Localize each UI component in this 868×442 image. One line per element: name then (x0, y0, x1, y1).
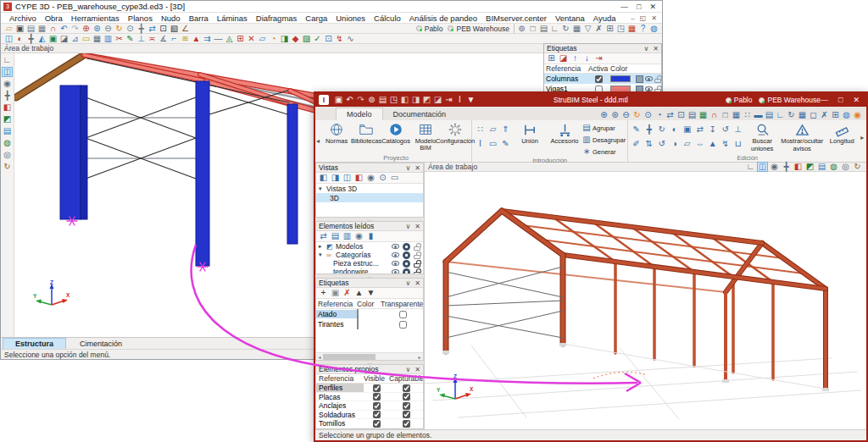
beam-icon[interactable]: I (454, 95, 465, 105)
menu-item-bimserver-center[interactable]: BIMserver.center (482, 14, 550, 23)
more-icon[interactable]: ▼ (465, 95, 476, 105)
menu-item-obra[interactable]: Obra (42, 14, 66, 23)
expand-all-icon[interactable]: ⇄ (318, 231, 329, 241)
capturable-checkbox[interactable] (403, 411, 410, 418)
angle-icon[interactable]: ∠ (180, 24, 191, 34)
comment-icon[interactable]: ◻ (808, 110, 819, 120)
tree-item-3d[interactable]: 3D (316, 193, 423, 202)
table-row[interactable]: Placas (316, 393, 423, 402)
move-up-icon[interactable]: ↑ (570, 53, 581, 64)
visibility-eye-icon[interactable] (392, 252, 399, 257)
zoom-previous-icon[interactable]: ⊙ (125, 24, 136, 34)
plate-icon[interactable]: ▱ (487, 123, 499, 135)
catalogos-button[interactable]: Catálogos (381, 121, 410, 145)
capturable-checkbox[interactable] (403, 420, 410, 428)
orbit-icon[interactable]: ◉ (769, 162, 780, 172)
edit-icon[interactable]: ✎ (630, 123, 643, 135)
zoom-extents-icon[interactable]: ⊛ (92, 24, 103, 34)
web-icon[interactable]: ◍ (841, 110, 852, 120)
buscar-uniones-button[interactable]: Buscar uniones (745, 121, 779, 152)
visibility-icon[interactable]: ◎ (840, 162, 851, 172)
copy-icon[interactable]: ▣ (681, 123, 693, 135)
strubim-3d-viewport[interactable]: Z Y X (425, 172, 866, 429)
pan-icon[interactable]: ╋ (2, 91, 13, 101)
tool-icon[interactable]: ✕ (246, 34, 257, 44)
collapse-icon[interactable]: ∨ (405, 223, 410, 230)
delete-icon[interactable]: ✗ (342, 288, 353, 298)
save-icon[interactable]: ▣ (14, 24, 25, 34)
window-icon[interactable]: □ (720, 110, 731, 120)
rotate-beam-icon[interactable]: ↺ (719, 123, 732, 135)
close-icon[interactable]: ✕ (415, 223, 420, 230)
zoom-extents-icon[interactable]: ⊛ (609, 110, 620, 120)
textures-icon[interactable]: ▦ (698, 110, 709, 120)
table-row[interactable]: Perfiles (316, 384, 423, 393)
tool-icon[interactable]: ▣ (47, 34, 58, 44)
layers-icon[interactable]: ▤ (2, 126, 13, 136)
tool-icon[interactable]: ∿ (345, 34, 356, 44)
magnet-icon[interactable]: ∩ (709, 110, 720, 120)
minimize-button[interactable]: — (620, 3, 628, 11)
close-view-icon[interactable]: ✗ (593, 24, 604, 34)
tool-icon[interactable]: ◫ (3, 34, 14, 44)
maximize-button[interactable]: □ (637, 3, 641, 11)
move-up-icon[interactable]: ▲ (353, 288, 364, 298)
menu-item-uniones[interactable]: Uniones (332, 14, 369, 23)
table-row[interactable]: Anclajes (316, 401, 423, 411)
collapse-icon[interactable]: ∨ (405, 279, 410, 287)
dots-icon[interactable]: ∷ (742, 110, 753, 120)
tool-icon[interactable]: ✓ (312, 34, 323, 44)
new-window-icon[interactable]: ⊞ (830, 110, 841, 120)
snapshot-icon[interactable]: ▤ (687, 110, 698, 120)
user-account[interactable]: Pablo (416, 25, 443, 33)
move-icon[interactable]: ╋ (643, 123, 655, 135)
zoom-out-icon[interactable]: ⊖ (103, 24, 114, 34)
close-button[interactable]: ✕ (853, 96, 860, 104)
export-icon[interactable]: ◳ (388, 95, 399, 105)
minimize-button[interactable]: — (821, 96, 828, 104)
save-icon[interactable]: ▣ (333, 95, 344, 105)
view-4-icon[interactable]: ◪ (432, 95, 443, 105)
fullscreen-icon[interactable]: ⊡ (676, 110, 687, 120)
insert-beam-icon[interactable]: ↧ (706, 123, 719, 135)
weld-icon[interactable]: ⊥ (732, 123, 744, 135)
views-red-icon[interactable]: ◧ (793, 162, 804, 172)
menu-item-ayuda[interactable]: Ayuda (590, 14, 620, 23)
tool-icon[interactable]: ⊿ (70, 34, 81, 44)
tab-cimentacion[interactable]: Cimentación (68, 339, 134, 349)
orbit-icon[interactable]: ◉ (2, 79, 13, 89)
bim-model-icon[interactable]: ▦ (626, 24, 637, 34)
tab-documentacion[interactable]: Documentación (383, 108, 457, 120)
solid-circle-icon[interactable] (403, 251, 410, 259)
ribbon-overflow-icon[interactable]: ▸ (860, 134, 865, 141)
undo-icon[interactable]: ↶ (344, 95, 355, 105)
visible-checkbox[interactable] (373, 384, 381, 392)
strubim-title-bar[interactable]: I ▣↶↷⊚▤◳◧◨◩◪⇥I▼ StruBIM Steel - ddd.mtl … (315, 93, 866, 107)
list-icon[interactable]: ▤ (330, 231, 341, 241)
lock-open-icon[interactable] (654, 79, 661, 83)
bolt-icon[interactable]: ↯ (719, 137, 732, 150)
views-red-icon[interactable]: ◧ (2, 102, 13, 113)
search-icon[interactable]: ⊚ (516, 24, 527, 34)
tool-icon[interactable]: ▦ (92, 34, 103, 44)
menu-item-c-lculo[interactable]: Cálculo (370, 14, 404, 23)
transparente-checkbox[interactable] (399, 311, 407, 318)
menu-item-ventana[interactable]: Ventana (552, 14, 588, 23)
add-icon[interactable]: ⊞ (546, 53, 557, 64)
configuracion-button[interactable]: Configuración (441, 121, 470, 145)
ortho-icon[interactable]: ∟ (775, 110, 786, 120)
collapse-icon[interactable]: ∨ (643, 45, 648, 52)
3d-view-icon[interactable]: ◫ (2, 67, 13, 77)
sketch-icon[interactable]: ✎ (499, 137, 512, 150)
camera-icon[interactable]: ⊙ (377, 173, 388, 183)
snapshot-icon[interactable]: ▧ (169, 24, 180, 34)
tool-icon[interactable]: ∡ (158, 34, 169, 44)
menu-item-diafragmas[interactable]: Diafragmas (253, 14, 301, 23)
rotate-icon[interactable]: ↻ (786, 110, 797, 120)
normas-button[interactable]: Normas (322, 121, 351, 145)
bibliotecas-button[interactable]: Bibliotecas (352, 121, 381, 145)
transparente-checkbox[interactable] (399, 321, 407, 329)
box-icon[interactable]: ▭ (487, 137, 499, 150)
menu-item-planos[interactable]: Planos (125, 14, 156, 23)
render-icon[interactable]: ◍ (2, 138, 13, 148)
